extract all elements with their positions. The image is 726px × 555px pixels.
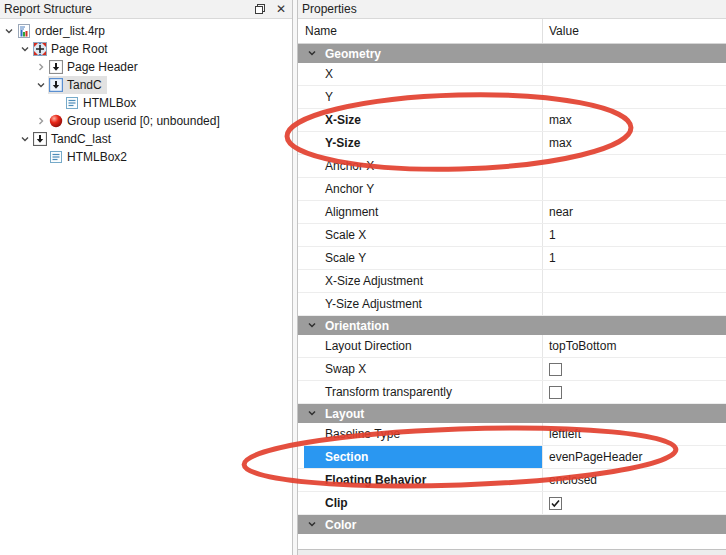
property-value[interactable]: 1 xyxy=(543,247,726,269)
htmlbox-document-icon xyxy=(65,96,79,110)
chevron-down-icon xyxy=(307,47,317,61)
minibox-icon xyxy=(49,60,63,74)
tree-item-page-root[interactable]: Page Root xyxy=(0,40,292,58)
page-root-icon xyxy=(33,42,47,56)
property-row-layout-direction[interactable]: Layout Direction topToBottom xyxy=(298,335,726,358)
property-row-x-size[interactable]: X-Size max xyxy=(298,109,726,132)
report-structure-title: Report Structure xyxy=(4,2,92,16)
swap-x-checkbox[interactable] xyxy=(549,363,562,376)
property-row-y-size-adjustment[interactable]: Y-Size Adjustment xyxy=(298,293,726,316)
properties-bottom-edge xyxy=(298,549,726,555)
group-header-color[interactable]: Color xyxy=(298,515,726,534)
property-value[interactable]: evenPageHeader xyxy=(543,446,726,468)
property-value[interactable]: max xyxy=(543,109,726,131)
property-value[interactable]: leftleft xyxy=(543,423,726,445)
column-header-name[interactable]: Name xyxy=(298,19,543,43)
group-header-orientation[interactable]: Orientation xyxy=(298,316,726,335)
properties-title: Properties xyxy=(302,2,357,16)
tree-item-label: Group userid [0; unbounded] xyxy=(67,112,220,130)
tree-item-htmlbox[interactable]: HTMLBox xyxy=(0,94,292,112)
chevron-down-icon[interactable] xyxy=(18,44,32,54)
property-value[interactable] xyxy=(543,270,726,292)
property-row-section[interactable]: Section evenPageHeader xyxy=(298,446,726,469)
property-value[interactable] xyxy=(543,155,726,177)
property-value[interactable]: topToBottom xyxy=(543,335,726,357)
tree-item-page-header[interactable]: Page Header xyxy=(0,58,292,76)
chevron-down-icon[interactable] xyxy=(18,134,32,144)
property-row-floating-behavior[interactable]: Floating Behavior enclosed xyxy=(298,469,726,492)
transform-transparently-checkbox[interactable] xyxy=(549,386,562,399)
property-row-x[interactable]: X xyxy=(298,63,726,86)
property-row-clip[interactable]: Clip xyxy=(298,492,726,515)
tree-item-group-userid[interactable]: Group userid [0; unbounded] xyxy=(0,112,292,130)
property-row-baseline-type[interactable]: Baseline Type leftleft xyxy=(298,423,726,446)
property-row-y-size[interactable]: Y-Size max xyxy=(298,132,726,155)
float-panel-icon[interactable] xyxy=(253,2,267,16)
group-header-layout[interactable]: Layout xyxy=(298,404,726,423)
property-value[interactable] xyxy=(543,63,726,85)
chevron-down-icon[interactable] xyxy=(2,26,16,36)
app-root: Report Structure ✕ xyxy=(0,0,726,555)
tree-item-label: HTMLBox2 xyxy=(67,148,127,166)
properties-panel: Properties Name Value Geometry X Y X-Siz… xyxy=(298,0,726,555)
property-value[interactable]: enclosed xyxy=(543,469,726,491)
chevron-down-icon[interactable] xyxy=(34,80,48,90)
tree-item-label: TandC_last xyxy=(51,130,111,148)
chevron-right-icon[interactable] xyxy=(34,62,48,72)
property-value[interactable]: near xyxy=(543,201,726,223)
tree-item-tandc[interactable]: TandC xyxy=(0,76,292,94)
clip-checkbox[interactable] xyxy=(549,497,562,510)
property-value[interactable] xyxy=(543,178,726,200)
tree-item-label: TandC xyxy=(67,76,102,94)
property-row-transform-transparently[interactable]: Transform transparently xyxy=(298,381,726,404)
checkmark-icon xyxy=(550,498,561,509)
htmlbox-document-icon xyxy=(49,150,63,164)
property-value[interactable]: 1 xyxy=(543,224,726,246)
chevron-down-icon xyxy=(307,518,317,532)
tree-item-label: Page Header xyxy=(67,58,138,76)
property-value[interactable]: max xyxy=(543,132,726,154)
report-structure-panel: Report Structure ✕ xyxy=(0,0,292,555)
property-row-anchor-y[interactable]: Anchor Y xyxy=(298,178,726,201)
tree-item-htmlbox2[interactable]: HTMLBox2 xyxy=(0,148,292,166)
group-header-geometry[interactable]: Geometry xyxy=(298,44,726,63)
chevron-right-icon[interactable] xyxy=(34,116,48,126)
report-file-icon xyxy=(17,24,31,38)
minibox-icon xyxy=(33,132,47,146)
close-panel-icon[interactable]: ✕ xyxy=(274,2,288,16)
tree-item-label: HTMLBox xyxy=(83,94,136,112)
property-row-alignment[interactable]: Alignment near xyxy=(298,201,726,224)
property-row-y[interactable]: Y xyxy=(298,86,726,109)
properties-grid-header: Name Value xyxy=(298,19,726,44)
tree-item-tandc-last[interactable]: TandC_last xyxy=(0,130,292,148)
tree-item-label: Page Root xyxy=(51,40,108,58)
minibox-selected-icon xyxy=(49,78,63,92)
property-value[interactable] xyxy=(543,86,726,108)
tree-item-label: order_list.4rp xyxy=(35,22,105,40)
chevron-down-icon xyxy=(307,319,317,333)
column-header-value[interactable]: Value xyxy=(543,19,726,43)
group-sphere-icon xyxy=(49,114,63,128)
property-row-scale-y[interactable]: Scale Y 1 xyxy=(298,247,726,270)
report-structure-tree: order_list.4rp xyxy=(0,19,292,166)
property-row-scale-x[interactable]: Scale X 1 xyxy=(298,224,726,247)
property-value[interactable] xyxy=(543,293,726,315)
property-row-x-size-adjustment[interactable]: X-Size Adjustment xyxy=(298,270,726,293)
tree-item-order-list[interactable]: order_list.4rp xyxy=(0,22,292,40)
properties-titlebar: Properties xyxy=(298,0,726,19)
report-structure-titlebar: Report Structure ✕ xyxy=(0,0,292,19)
property-row-swap-x[interactable]: Swap X xyxy=(298,358,726,381)
panel-title-buttons: ✕ xyxy=(253,2,288,16)
chevron-down-icon xyxy=(307,407,317,421)
property-row-anchor-x[interactable]: Anchor X xyxy=(298,155,726,178)
